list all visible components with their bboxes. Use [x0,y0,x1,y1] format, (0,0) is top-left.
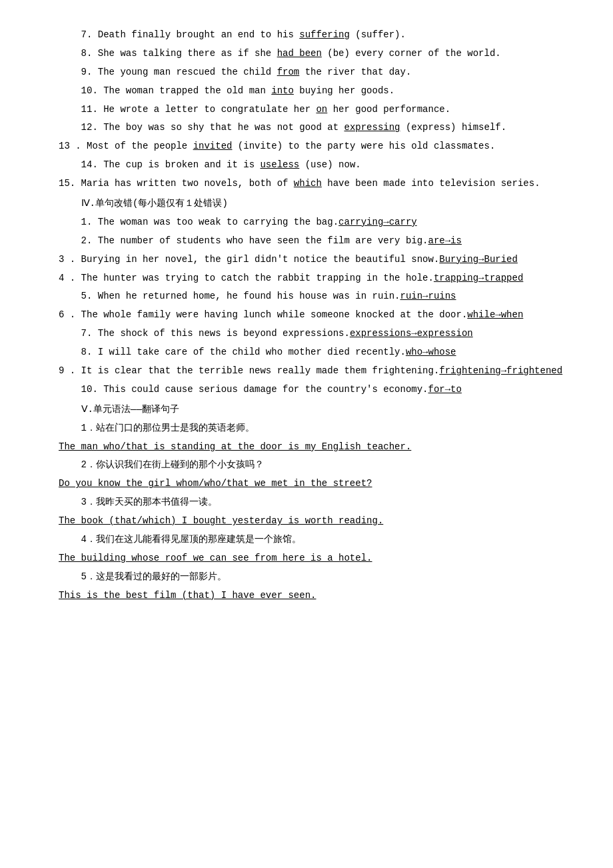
v5-answer: This is the best film (that) I have ever… [40,587,573,605]
correction-2: are→is [428,235,462,246]
s4-line-3: 3 . Burying in her novel, the girl didn'… [40,251,573,269]
correction-10: for→to [428,384,462,395]
v5-answer-text: This is the best film (that) I have ever… [59,587,573,605]
s4-line-4: 4 . The hunter was trying to catch the r… [40,270,573,287]
v3-answer: The book (that/which) I bought yesterday… [40,513,573,530]
line-10: 10. The woman trapped the old man into b… [40,83,573,100]
s4-line-7: 7. The shock of this news is beyond expr… [40,325,573,343]
correction-9: frightening→frightened [439,365,562,376]
correction-5: ruin→ruins [400,291,456,301]
word-which: which [294,178,322,189]
s4-line-2: 2. The number of students who have seen … [40,233,573,250]
correction-3: Burying→Buried [439,254,518,265]
correction-8: who→whose [406,347,456,357]
line-7: 7. Death finally brought an end to his s… [40,27,573,44]
v3-answer-text: The book (that/which) I bought yesterday… [59,513,573,530]
line-13: 13 . Most of the people invited (invite)… [40,138,573,155]
s4-line-8: 8. I will take care of the child who mot… [40,344,573,361]
word-suffering: suffering [299,29,350,40]
line-12: 12. The boy was so shy that he was not g… [40,119,573,137]
v4-answer-text: The building whose roof we can see from … [59,550,573,567]
section-5-header: Ⅴ.单元语法——翻译句子 [40,401,573,419]
correction-4: trapping→trapped [434,273,523,283]
v4-answer: The building whose roof we can see from … [40,550,573,567]
main-content: 7. Death finally brought an end to his s… [40,27,573,605]
word-invited: invited [193,141,233,151]
line-14: 14. The cup is broken and it is useless … [40,157,573,174]
v1-answer-text: The man who/that is standing at the door… [59,439,573,456]
s4-line-9: 9 . It is clear that the terrible news r… [40,363,573,380]
line-15: 15. Maria has written two novels, both o… [40,175,573,193]
v5-question: 5．这是我看过的最好的一部影片。 [40,569,573,586]
s4-line-1: 1. The woman was too weak to carrying th… [40,214,573,231]
correction-6: while→when [467,309,523,320]
line-11: 11. He wrote a letter to congratulate he… [40,101,573,119]
word-expressing: expressing [344,122,400,133]
v2-question: 2．你认识我们在街上碰到的那个小女孩吗？ [40,457,573,474]
word-had-been: had been [277,48,322,59]
v3-question: 3．我昨天买的那本书值得一读。 [40,494,573,511]
v2-answer: Do you know the girl whom/who/that we me… [40,475,573,493]
v4-question: 4．我们在这儿能看得见屋顶的那座建筑是一个旅馆。 [40,531,573,549]
word-from: from [277,67,300,77]
correction-7: expressions→expression [350,328,473,339]
word-on: on [316,104,327,115]
line-9: 9. The young man rescued the child from … [40,64,573,81]
s4-line-6: 6 . The whole family were having lunch w… [40,307,573,324]
s4-line-10: 10. This could cause serious damage for … [40,381,573,399]
section-4-header: Ⅳ.单句改错(每小题仅有１处错误) [40,195,573,213]
v1-question: 1．站在门口的那位男士是我的英语老师。 [40,420,573,437]
word-into: into [271,85,294,96]
word-useless: useless [260,159,299,170]
s4-line-5: 5. When he returned home, he found his h… [40,288,573,305]
correction-1: carrying→carry [338,217,417,227]
v2-answer-text: Do you know the girl whom/who/that we me… [59,475,573,493]
v1-answer: The man who/that is standing at the door… [40,439,573,456]
line-8: 8. She was talking there as if she had b… [40,45,573,63]
